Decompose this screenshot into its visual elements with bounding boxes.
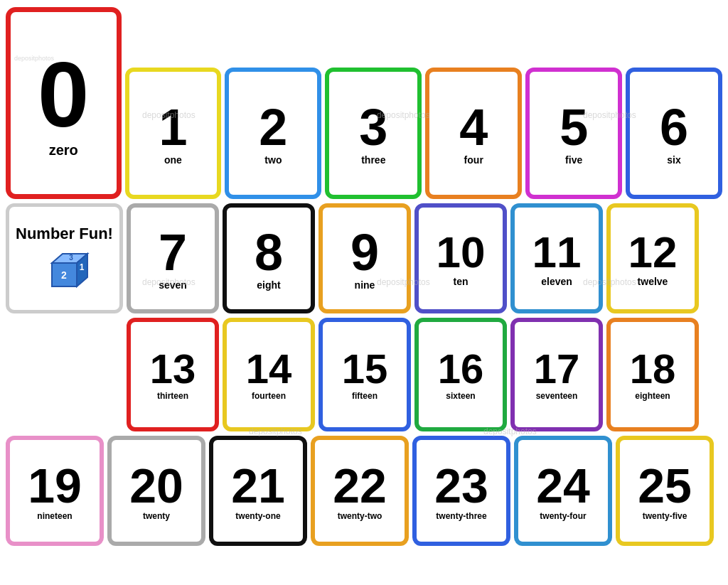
card-10[interactable]: 10 ten xyxy=(414,203,507,313)
card-17-word: seventeen xyxy=(536,391,578,401)
card-13[interactable]: 13 thirteen xyxy=(127,318,219,431)
card-19-word: nineteen xyxy=(37,511,72,521)
card-24[interactable]: 24 twenty-four xyxy=(514,436,612,546)
card-3[interactable]: 3 three xyxy=(325,68,422,199)
card-13-number: 13 xyxy=(150,348,196,390)
card-11-number: 11 xyxy=(532,230,582,274)
card-20-number: 20 xyxy=(129,461,183,510)
card-16-word: sixteen xyxy=(446,391,475,401)
card-6-number: 6 xyxy=(660,102,688,153)
card-1-word: one xyxy=(164,154,182,166)
card-4-word: four xyxy=(464,154,483,166)
card-1-number: 1 xyxy=(159,102,187,153)
row-4: 19 nineteen 20 twenty 21 twenty-one 22 t… xyxy=(6,436,722,546)
card-1[interactable]: 1 one xyxy=(125,68,222,199)
card-6-word: six xyxy=(667,154,680,166)
card-0[interactable]: depositphotos 0 zero xyxy=(6,7,122,199)
card-8-word: eight xyxy=(257,279,280,291)
card-21[interactable]: 21 twenty-one xyxy=(209,436,307,546)
card-13-word: thirteen xyxy=(157,391,188,401)
card-12-number: 12 xyxy=(628,230,678,274)
card-5-number: 5 xyxy=(560,102,588,153)
card-2-word: two xyxy=(264,154,282,166)
row-2: Number Fun! 1 2 3 7 seven xyxy=(6,203,722,313)
card-14-word: fourteen xyxy=(252,391,286,401)
card-17-number: 17 xyxy=(534,348,580,390)
card-9[interactable]: 9 nine xyxy=(318,203,411,313)
card-22-word: twenty-two xyxy=(338,511,382,521)
cube-icon: 1 2 3 xyxy=(38,245,91,291)
card-19[interactable]: 19 nineteen xyxy=(6,436,104,546)
card-4-number: 4 xyxy=(459,102,488,153)
card-3-number: 3 xyxy=(359,102,387,153)
card-24-number: 24 xyxy=(536,461,590,510)
card-4[interactable]: 4 four xyxy=(425,68,522,199)
card-21-word: twenty-one xyxy=(235,511,280,521)
card-8[interactable]: 8 eight xyxy=(223,203,315,313)
card-7[interactable]: 7 seven xyxy=(127,203,219,313)
number-fun-box: Number Fun! 1 2 3 xyxy=(6,203,123,313)
card-9-word: nine xyxy=(355,279,375,291)
card-0-number: 0 xyxy=(38,48,89,141)
card-10-word: ten xyxy=(454,276,469,287)
card-18[interactable]: 18 eighteen xyxy=(606,318,699,431)
card-14-number: 14 xyxy=(246,348,292,390)
svg-text:1: 1 xyxy=(80,262,85,272)
card-12[interactable]: 12 twelve xyxy=(606,203,699,313)
card-15-number: 15 xyxy=(342,348,388,390)
row-3: 13 thirteen 14 fourteen 15 fifteen 16 si… xyxy=(6,318,722,431)
card-11-word: eleven xyxy=(541,276,572,287)
svg-text:3: 3 xyxy=(69,254,73,262)
card-20[interactable]: 20 twenty xyxy=(107,436,205,546)
card-9-number: 9 xyxy=(350,227,379,278)
card-14[interactable]: 14 fourteen xyxy=(223,318,315,431)
card-10-number: 10 xyxy=(437,230,486,274)
card-7-word: seven xyxy=(159,279,187,291)
card-15[interactable]: 15 fifteen xyxy=(318,318,411,431)
card-20-word: twenty xyxy=(143,511,170,521)
card-22-number: 22 xyxy=(333,461,387,510)
card-7-number: 7 xyxy=(159,227,187,278)
main-container: depositphotos 0 zero 1 one 2 two 3 three xyxy=(0,0,728,585)
card-2-number: 2 xyxy=(259,102,287,153)
card-23[interactable]: 23 twenty-three xyxy=(412,436,510,546)
card-25-number: 25 xyxy=(638,461,692,510)
card-17[interactable]: 17 seventeen xyxy=(510,318,603,431)
card-8-number: 8 xyxy=(255,227,283,278)
number-fun-label: Number Fun! xyxy=(16,225,113,242)
card-3-word: three xyxy=(361,154,385,166)
card-19-number: 19 xyxy=(28,461,82,510)
card-0-word: zero xyxy=(49,142,78,159)
card-12-word: twelve xyxy=(638,276,668,287)
svg-text:2: 2 xyxy=(61,269,67,281)
card-6[interactable]: 6 six xyxy=(626,68,722,199)
card-16-number: 16 xyxy=(438,348,484,390)
row-1: depositphotos 0 zero 1 one 2 two 3 three xyxy=(6,7,722,199)
card-15-word: fifteen xyxy=(352,391,378,401)
card-24-word: twenty-four xyxy=(540,511,586,521)
card-23-word: twenty-three xyxy=(436,511,486,521)
card-25[interactable]: 25 twenty-five xyxy=(616,436,714,546)
card-18-word: eighteen xyxy=(635,391,670,401)
card-16[interactable]: 16 sixteen xyxy=(414,318,507,431)
card-5-word: five xyxy=(565,154,582,166)
card-21-number: 21 xyxy=(231,461,285,510)
card-18-number: 18 xyxy=(630,348,676,390)
card-5[interactable]: 5 five xyxy=(525,68,622,199)
card-23-number: 23 xyxy=(434,461,488,510)
card-2[interactable]: 2 two xyxy=(225,68,321,199)
card-11[interactable]: 11 eleven xyxy=(510,203,603,313)
card-22[interactable]: 22 twenty-two xyxy=(311,436,409,546)
card-25-word: twenty-five xyxy=(643,511,687,521)
